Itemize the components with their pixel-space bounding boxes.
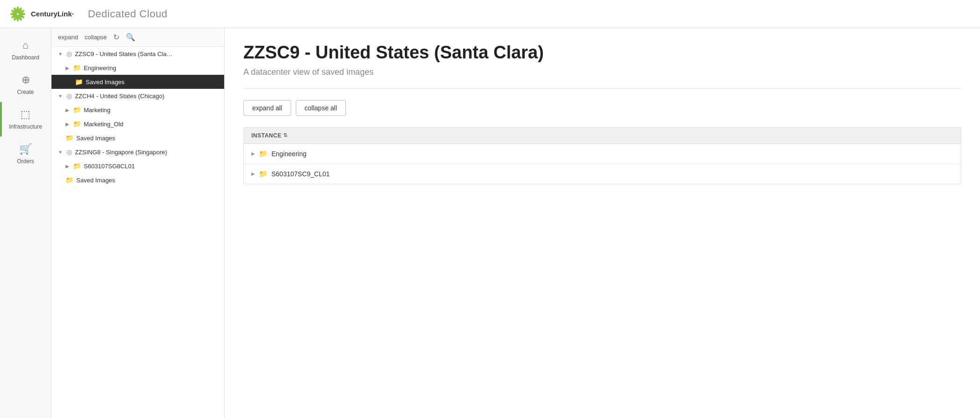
tree-label-zzsc9: ZZSC9 - United States (Santa Cla… [75,50,173,58]
folder-icon-marketing-old: 📁 [73,120,81,128]
create-icon: ⊕ [22,74,30,86]
centurylink-logo [9,6,26,22]
datacenter-icon-zzsc9: ◎ [66,50,72,58]
nav-item-orders[interactable]: 🛒 Orders [0,137,51,171]
folder-icon-s603107sg8cl01: 📁 [73,162,81,170]
nav-label-orders: Orders [17,158,34,165]
instance-column-header[interactable]: INSTANCE ⇅ [251,132,288,139]
chevron-right-icon: ▶ [66,65,69,71]
folder-icon-saved-images-zzch4: 📁 [66,134,73,142]
top-header: CenturyLink· Dedicated Cloud [0,0,980,28]
expand-button[interactable]: expand [58,34,78,41]
table-header: INSTANCE ⇅ [244,128,961,144]
logo-area: CenturyLink· [9,6,74,22]
tree-item-zzch4[interactable]: ▼ ◎ ZZCH4 - United States (Chicago) [51,89,224,103]
tree-item-zzsing8[interactable]: ▼ ◎ ZZSING8 - Singapore (Singapore) [51,145,224,159]
nav-item-infrastructure[interactable]: ⬚ Infrastructure [0,102,51,137]
tree-label-zzsing8: ZZSING8 - Singapore (Singapore) [75,149,167,156]
chevron-right-icon-marketing: ▶ [66,108,69,113]
orders-icon: 🛒 [19,143,32,155]
row-folder-icon-s603107sc9cl01: 📁 [259,170,268,178]
tree-item-saved-images-zzsing8[interactable]: 📁 Saved Images [51,173,224,187]
row-folder-icon-engineering: 📁 [259,150,268,158]
nav-label-infrastructure: Infrastructure [9,123,42,130]
table-row[interactable]: ▶ 📁 S603107SC9_CL01 [244,164,961,184]
expand-all-button[interactable]: expand all [243,100,291,116]
page-title-header: Dedicated Cloud [88,8,168,20]
sidebar-toolbar: expand collapse ↻ 🔍 [51,28,224,47]
refresh-icon[interactable]: ↻ [113,33,119,42]
table-row[interactable]: ▶ 📁 Engineering [244,144,961,164]
dashboard-icon: ⌂ [22,39,29,51]
tree-item-s603107sg8cl01[interactable]: ▶ 📁 S603107SG8CL01 [51,159,224,173]
instance-table: INSTANCE ⇅ ▶ 📁 Engineering ▶ 📁 S603107SC… [243,127,961,184]
tree-label-saved-images-zzch4: Saved Images [76,135,115,142]
row-chevron-engineering: ▶ [251,151,255,156]
folder-icon-engineering: 📁 [73,64,81,72]
chevron-down-icon: ▼ [58,51,63,57]
instance-column-label: INSTANCE [251,132,281,139]
infrastructure-icon: ⬚ [21,108,30,121]
chevron-right-icon-s603107sg8cl01: ▶ [66,164,69,169]
chevron-right-icon-marketing-old: ▶ [66,122,69,127]
nav-label-dashboard: Dashboard [12,54,39,61]
sort-icon: ⇅ [283,132,288,138]
tree-item-zzsc9[interactable]: ▼ ◎ ZZSC9 - United States (Santa Cla… [51,47,224,61]
tree-label-s603107sg8cl01: S603107SG8CL01 [84,163,135,170]
tree-item-saved-images-zzsc9[interactable]: 📁 Saved Images [51,75,224,89]
sidebar-tree: expand collapse ↻ 🔍 ▼ ◎ ZZSC9 - United S… [51,28,225,418]
collapse-button[interactable]: collapse [85,34,107,41]
search-icon[interactable]: 🔍 [126,33,135,42]
tree-item-marketing[interactable]: ▶ 📁 Marketing [51,103,224,117]
tree-label-zzch4: ZZCH4 - United States (Chicago) [75,93,164,100]
collapse-all-button[interactable]: collapse all [296,100,346,116]
main-content: ZZSC9 - United States (Santa Clara) A da… [225,28,980,418]
page-subtitle: A datacenter view of saved images [243,67,961,77]
tree-label-engineering: Engineering [84,65,116,72]
left-nav: ⌂ Dashboard ⊕ Create ⬚ Infrastructure 🛒 … [0,28,51,418]
nav-label-create: Create [17,89,34,95]
logo-text: CenturyLink· [31,10,74,18]
nav-item-dashboard[interactable]: ⌂ Dashboard [0,33,51,67]
folder-icon-saved-images: 📁 [75,78,83,86]
main-layout: ⌂ Dashboard ⊕ Create ⬚ Infrastructure 🛒 … [0,28,980,418]
row-chevron-s603107sc9cl01: ▶ [251,171,255,176]
tree-item-engineering[interactable]: ▶ 📁 Engineering [51,61,224,75]
content-divider [243,88,961,89]
chevron-down-icon-zzch4: ▼ [58,94,63,99]
datacenter-icon-zzsing8: ◎ [66,148,72,156]
datacenter-icon-zzch4: ◎ [66,92,72,100]
tree-label-marketing: Marketing [84,107,110,114]
page-title: ZZSC9 - United States (Santa Clara) [243,42,961,64]
tree-item-saved-images-zzch4[interactable]: 📁 Saved Images [51,131,224,145]
tree-label-marketing-old: Marketing_Old [84,121,124,128]
tree-label-saved-images-zzsing8: Saved Images [76,177,115,184]
row-label-s603107sc9cl01: S603107SC9_CL01 [271,170,330,178]
tree-label-saved-images-zzsc9: Saved Images [86,79,124,86]
tree-item-marketing-old[interactable]: ▶ 📁 Marketing_Old [51,117,224,131]
folder-icon-saved-images-zzsing8: 📁 [66,176,73,184]
chevron-down-icon-zzsing8: ▼ [58,150,63,155]
sidebar-content: ▼ ◎ ZZSC9 - United States (Santa Cla… ▶ … [51,47,224,418]
folder-icon-marketing: 📁 [73,106,81,114]
row-label-engineering: Engineering [271,150,307,158]
action-buttons: expand all collapse all [243,100,961,116]
nav-item-create[interactable]: ⊕ Create [0,67,51,102]
